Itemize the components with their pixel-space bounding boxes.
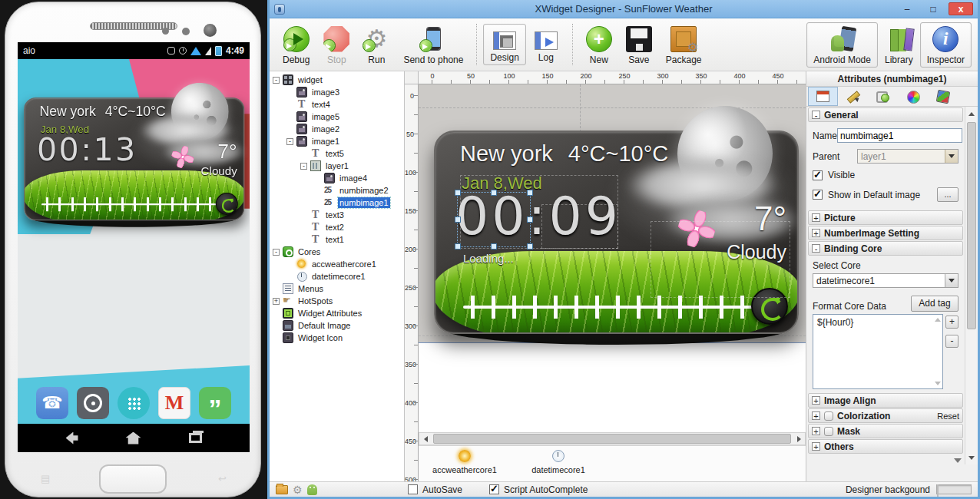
canvas-weather-widget[interactable]: New york4°C~10°C Jan 8,Wed 00:09 Loading… [434,131,799,334]
expand-icon[interactable] [812,427,820,435]
attributes-tab[interactable] [928,87,958,106]
scroll-right-arrow[interactable] [793,433,805,444]
more-button[interactable]: ... [937,187,958,202]
toolbar-button[interactable]: Package [659,22,709,68]
tree-item[interactable]: image1 [270,135,404,147]
tree-item[interactable]: image3 [270,86,404,98]
add-line-button[interactable]: + [945,316,958,329]
resize-handle[interactable] [527,216,533,223]
expand-icon[interactable] [812,396,820,405]
tree-item[interactable]: text5 [270,147,404,160]
resize-handle[interactable] [527,243,533,250]
toolbar-button[interactable]: Log [526,24,566,65]
expand-icon[interactable] [812,229,820,237]
scroll-up-arrow[interactable] [967,108,976,119]
section-header-others[interactable]: Others [808,439,963,454]
resize-handle[interactable] [455,243,461,250]
tree-item[interactable]: Cores [270,246,404,258]
visible-checkbox[interactable] [813,170,823,180]
name-input[interactable] [837,128,962,143]
design-surface[interactable]: New york4°C~10°C Jan 8,Wed 00:09 Loading… [419,84,806,432]
autosave-checkbox[interactable] [408,484,418,494]
toolbar-button[interactable]: Inspector [920,22,972,68]
resize-handle[interactable] [491,190,497,196]
expand-icon[interactable] [812,442,820,451]
select-core-dropdown[interactable]: datetimecore1 [813,273,958,288]
tree-item[interactable]: accweathercore1 [270,258,404,270]
tree-expander[interactable] [300,163,307,170]
attributes-scrollbar[interactable] [965,107,978,464]
section-header-picture[interactable]: Picture [808,210,963,225]
toolbar-button[interactable]: Library [878,22,920,68]
widget-city[interactable]: New york4°C~10°C [460,141,668,167]
tree-expander[interactable] [273,77,280,84]
tree-item[interactable]: Widget Icon [270,332,404,344]
section-header-colorization[interactable]: Colorization Reset [808,408,963,423]
tree-item[interactable]: text1 [270,233,404,246]
close-button[interactable]: x [949,2,973,15]
tree-item[interactable]: text4 [270,98,404,111]
tree-item[interactable]: Default Image [270,319,404,332]
toolbar-button[interactable]: Debug [276,22,316,68]
section-header-binding-core[interactable]: Binding Core [808,241,963,256]
resize-handle[interactable] [527,190,533,196]
designer-background-picker[interactable] [936,484,972,494]
folder-icon[interactable] [276,485,288,494]
tree-item[interactable]: HotSpots [270,295,404,307]
scroll-up-icon[interactable] [935,318,941,322]
tree-item[interactable]: text3 [270,209,404,221]
tree-item[interactable]: datetimecore1 [270,270,404,283]
tree-item[interactable]: image4 [270,172,404,184]
minimize-button[interactable]: – [896,2,918,15]
attributes-tab[interactable] [868,87,898,106]
toolbar-button[interactable]: Run [356,22,396,68]
section-header-general[interactable]: General [808,107,963,122]
tree-expander[interactable] [273,249,280,256]
tree-item[interactable]: layer1 [270,160,404,172]
tree-item[interactable]: text2 [270,221,404,233]
tree-item[interactable]: numbimage1 [270,197,404,209]
android-icon[interactable] [307,484,317,495]
tree-item[interactable]: image2 [270,123,404,135]
expand-icon[interactable] [812,213,820,222]
scrollbar-thumb[interactable] [967,122,976,329]
toolbar-button[interactable]: Stop [316,22,356,68]
resize-handle[interactable] [455,216,461,223]
remove-line-button[interactable]: - [945,335,958,348]
selection-box[interactable] [457,192,531,247]
show-default-checkbox[interactable] [813,190,823,200]
resize-handle[interactable] [491,243,497,250]
panel-overflow-chevron-icon[interactable] [954,458,962,463]
tree-item[interactable]: widget [270,74,404,86]
script-autocomplete-checkbox[interactable] [489,484,499,494]
attributes-tab[interactable] [898,87,928,106]
tree-item[interactable]: Widget Attributes [270,307,404,319]
collapse-icon[interactable] [812,244,820,253]
tree-item[interactable]: Menus [270,283,404,295]
tree-expander[interactable] [273,298,280,305]
toolbar-button[interactable]: New [579,22,619,68]
tree-item[interactable]: numbimage2 [270,184,404,197]
core-item[interactable]: accweathercore1 [423,449,506,474]
attributes-tab[interactable] [808,87,838,106]
scroll-down-arrow[interactable] [967,452,976,463]
add-tag-button[interactable]: Add tag [911,296,958,312]
toolbar-button[interactable]: Android Mode [806,22,878,68]
toolbar-button[interactable]: Save [619,22,659,68]
format-core-data-input[interactable]: ${Hour0} [813,314,943,389]
expand-icon[interactable] [812,411,820,420]
scroll-down-icon[interactable] [935,382,941,385]
core-item[interactable]: datetimecore1 [517,449,600,474]
maximize-button[interactable]: □ [922,2,944,15]
scrollbar-thumb[interactable] [433,434,791,444]
scroll-left-arrow[interactable] [419,433,432,444]
gears-icon[interactable]: ⚙ [293,484,303,496]
resize-handle[interactable] [455,190,461,196]
collapse-icon[interactable] [812,111,820,119]
tree-expander[interactable] [286,138,293,145]
toolbar-button[interactable]: Design [483,24,525,65]
section-header-numberimage[interactable]: NumberImage Setting [808,226,963,240]
section-header-mask[interactable]: Mask [808,424,963,438]
tree-item[interactable]: image5 [270,111,404,123]
section-header-image-align[interactable]: Image Align [808,393,963,408]
